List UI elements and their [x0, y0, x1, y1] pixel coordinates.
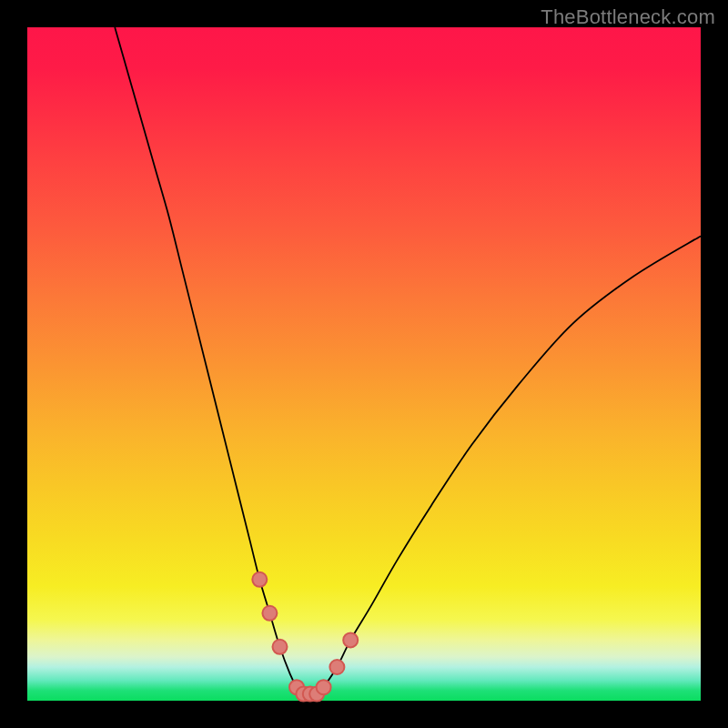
data-marker — [343, 632, 358, 647]
plot-area — [27, 27, 701, 701]
chart-frame: TheBottleneck.com — [0, 0, 728, 728]
data-marker — [273, 640, 288, 654]
data-marker — [262, 606, 277, 621]
data-marker — [329, 660, 344, 674]
data-marker — [252, 572, 267, 587]
watermark-text: TheBottleneck.com — [541, 5, 715, 29]
marker-group — [252, 572, 358, 702]
curve-layer — [27, 27, 701, 701]
curve-right-branch — [324, 236, 701, 687]
curve-left-branch — [115, 27, 297, 687]
data-marker — [317, 680, 331, 694]
